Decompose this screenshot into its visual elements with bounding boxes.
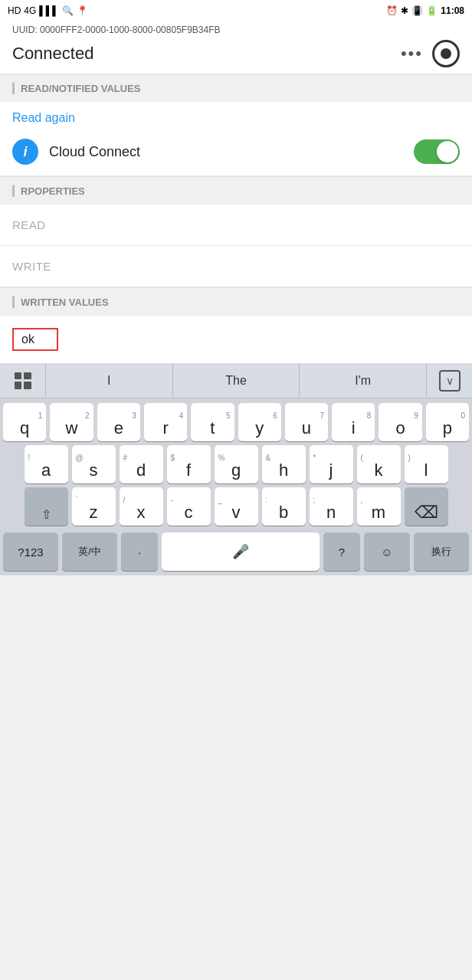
key-r-letter: r [162, 420, 168, 437]
info-icon: i [12, 139, 38, 165]
read-property-label: READ [12, 218, 46, 231]
write-property-item: WRITE [0, 246, 472, 287]
key-i-letter: i [352, 420, 356, 437]
status-bar: HD 4G ▌▌▌ 🔍 📍 ⏰ ✱ 📳 🔋 11:08 [0, 0, 472, 21]
key-l[interactable]: ) l [405, 445, 448, 483]
key-x[interactable]: / x [120, 487, 163, 526]
key-k-letter: k [375, 462, 383, 479]
key-r[interactable]: 4 r [144, 403, 187, 441]
key-e[interactable]: 3 e [97, 403, 140, 441]
grid-cell-2 [24, 372, 31, 380]
key-q-letter: q [20, 420, 29, 437]
status-left: HD 4G ▌▌▌ 🔍 📍 [8, 5, 88, 16]
key-g-letter: g [231, 462, 241, 479]
key-j[interactable]: * j [310, 445, 353, 483]
space-key[interactable]: 🎤 [162, 533, 320, 571]
key-s[interactable]: @ s [72, 445, 116, 483]
key-o[interactable]: 9 o [379, 403, 421, 441]
cloud-connect-row: i Cloud Connect [0, 131, 472, 176]
num-key-label: ?123 [18, 546, 43, 559]
grid-cell-4 [24, 382, 31, 389]
key-h[interactable]: & h [262, 445, 306, 483]
delete-icon: ⌫ [415, 504, 438, 521]
key-u-letter: u [302, 420, 311, 437]
key-a-letter: a [41, 462, 51, 479]
written-input-display[interactable]: ok [12, 328, 58, 351]
grid-icon [15, 372, 31, 389]
emoji-key[interactable]: ☺ [364, 533, 410, 571]
grid-cell-3 [15, 382, 22, 389]
key-p[interactable]: 0 p [426, 403, 469, 441]
read-notified-label: READ/NOTIFIED VALUES [21, 83, 141, 94]
suggestions-row: I The I'm ∨ [0, 363, 472, 398]
key-m[interactable]: , m [357, 487, 401, 526]
key-f[interactable]: $ f [167, 445, 211, 483]
write-property-label: WRITE [12, 260, 51, 273]
key-z-letter: z [90, 504, 98, 521]
bluetooth-icon: ✱ [401, 5, 408, 16]
key-i[interactable]: 8 i [332, 403, 375, 441]
key-g[interactable]: % g [215, 445, 258, 483]
key-row-1: 1 q 2 w 3 e 4 r 5 t 6 y [3, 403, 469, 441]
properties-section-bar-icon [12, 185, 15, 197]
lang-key-label: 英/中 [78, 545, 101, 559]
lang-key[interactable]: 英/中 [62, 533, 117, 571]
suggestion-the-text: The [225, 374, 247, 388]
dot-key[interactable]: · [121, 533, 158, 571]
written-values-content: ok [0, 316, 472, 363]
key-n[interactable]: ; n [310, 487, 353, 526]
grid-cell-1 [15, 372, 22, 380]
cloud-connect-toggle[interactable] [414, 139, 460, 164]
enter-key[interactable]: 换行 [414, 533, 469, 571]
network-badge: 4G [24, 5, 36, 16]
key-m-letter: m [372, 504, 385, 521]
key-w[interactable]: 2 w [50, 403, 93, 441]
suggestion-i[interactable]: I [46, 363, 173, 398]
key-t-letter: t [210, 420, 215, 437]
key-z[interactable]: ` z [72, 487, 116, 526]
delete-key[interactable]: ⌫ [405, 487, 448, 526]
search-icon: 🔍 [62, 5, 74, 16]
connected-label: Connected [12, 44, 93, 64]
key-q[interactable]: 1 q [3, 403, 46, 441]
connected-row: Connected ••• [12, 40, 460, 67]
section-bar-icon [12, 82, 15, 94]
collapse-keyboard-button[interactable]: ∨ [426, 363, 472, 398]
toggle-knob [437, 141, 458, 162]
key-e-letter: e [114, 420, 123, 437]
location-icon: 📍 [77, 5, 88, 16]
suggestion-im[interactable]: I'm [299, 363, 426, 398]
key-v-letter: v [232, 504, 241, 521]
keyboard-icon-button[interactable] [0, 363, 46, 398]
properties-content: READ WRITE [0, 205, 472, 287]
key-t[interactable]: 5 t [191, 403, 234, 441]
key-u[interactable]: 7 u [285, 403, 328, 441]
shift-key[interactable]: ⇧ [25, 487, 68, 526]
suggestion-im-text: I'm [355, 374, 371, 388]
key-b-letter: b [279, 504, 288, 521]
key-y-letter: y [255, 420, 264, 437]
read-again-button[interactable]: Read again [0, 102, 472, 131]
key-c[interactable]: - c [167, 487, 211, 526]
record-button[interactable] [432, 40, 460, 67]
more-options-button[interactable]: ••• [401, 44, 423, 64]
key-o-letter: o [395, 420, 405, 437]
key-v[interactable]: _ v [215, 487, 258, 526]
key-k[interactable]: ( k [357, 445, 401, 483]
question-key[interactable]: ? [323, 533, 360, 571]
num-key[interactable]: ?123 [3, 533, 58, 571]
suggestion-the[interactable]: The [173, 363, 300, 398]
microphone-icon: 🎤 [233, 544, 248, 559]
key-y[interactable]: 6 y [238, 403, 281, 441]
key-a[interactable]: ! a [25, 445, 68, 483]
uuid-text: UUID: 0000FFF2-0000-1000-8000-00805F9B34… [12, 25, 221, 35]
key-s-letter: s [90, 462, 98, 479]
header-actions: ••• [401, 40, 460, 67]
written-values-section-bar-icon [12, 296, 15, 308]
key-d[interactable]: # d [120, 445, 163, 483]
chevron-down-icon: ∨ [439, 370, 461, 392]
question-key-label: ? [339, 546, 345, 559]
time-display: 11:08 [441, 5, 464, 16]
key-b[interactable]: : b [262, 487, 306, 526]
alarm-icon: ⏰ [386, 5, 398, 16]
